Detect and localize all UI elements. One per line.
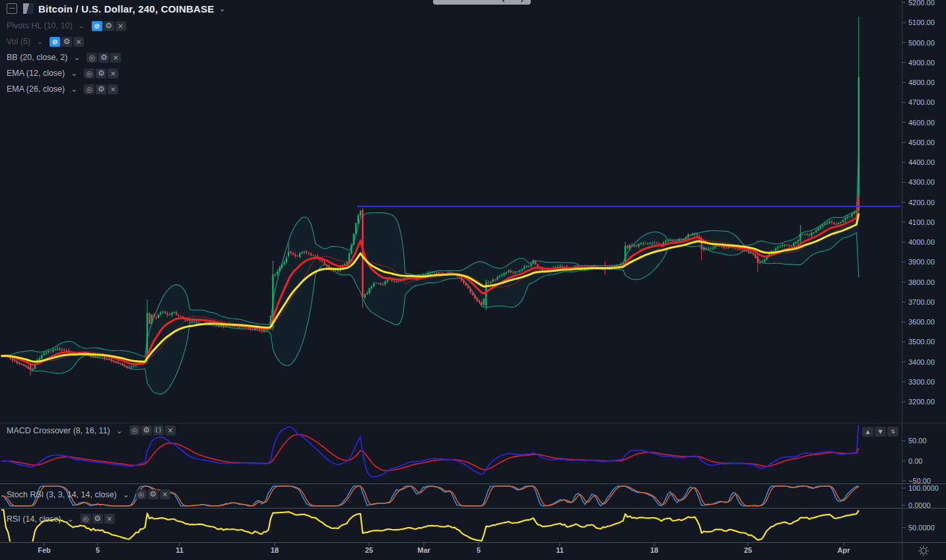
time-axis-label: 5 [477, 546, 481, 554]
indicator-label[interactable]: EMA (26, close) [7, 84, 65, 94]
indicator-axis-label: 0.00 [908, 457, 922, 465]
symbol-title-row: Bitcoin / U.S. Dollar, 240, COINBASE ⌄ [7, 1, 226, 16]
rsi-pane-legend: RSI (14, close) ⌄ ◎ ⚙ × [7, 514, 115, 524]
visibility-icon[interactable]: ◎ [86, 53, 97, 63]
indicator-label[interactable]: BB (20, close, 2) [7, 53, 67, 62]
chevron-down-icon[interactable]: ⌄ [219, 5, 225, 12]
time-axis-label: 18 [271, 546, 279, 554]
gear-icon[interactable]: ⚙ [61, 37, 72, 47]
indicator-label[interactable]: EMA (12, close) [7, 69, 65, 78]
time-axis-label: Apr [838, 546, 850, 554]
price-axis-label: 4200.00 [908, 199, 935, 206]
indicator-row-vol: Vol (5) ⌄ ⊘ ⚙ × [7, 34, 226, 49]
indicator-row-ema26: EMA (26, close) ⌄ ◎ ⚙ × [7, 81, 226, 97]
indicator-label[interactable]: MACD Crossover (8, 16, 11) [7, 426, 110, 435]
time-axis-label: 5 [96, 546, 100, 554]
source-code-icon[interactable]: {} [153, 425, 164, 435]
price-axis-label: 5200.00 [908, 0, 935, 7]
visibility-icon[interactable]: ◎ [84, 84, 94, 94]
indicator-label[interactable]: Stoch RSI (3, 3, 14, 14, close) [7, 490, 117, 499]
price-axis-label: 3300.00 [908, 378, 935, 386]
chevron-down-icon[interactable]: ⌄ [71, 70, 77, 77]
macd-signal-line [1, 435, 859, 471]
indicator-axis-label: 50.00 [908, 437, 927, 445]
price-axis-label: 4300.00 [908, 178, 935, 186]
gear-icon[interactable]: ⚙ [92, 514, 103, 524]
gear-icon[interactable]: ⚙ [98, 53, 109, 63]
price-axis-label: 4400.00 [908, 158, 935, 166]
price-axis-label: 3600.00 [908, 318, 935, 326]
close-icon[interactable]: × [104, 514, 115, 524]
price-axis-label: 4800.00 [908, 78, 935, 86]
time-axis-label: Mar [417, 546, 430, 554]
stoch-rsi-pane-legend: Stoch RSI (3, 3, 14, 14, close) ⌄ ◎ ⚙ × [7, 489, 170, 499]
rsi-line [1, 510, 859, 545]
chevron-down-icon[interactable]: ⌄ [73, 54, 80, 61]
symbol-logo [23, 3, 34, 14]
close-icon[interactable]: × [108, 84, 118, 94]
pane-controls: ▲ ▼ ⇅ [861, 427, 898, 437]
time-axis-label: 11 [176, 546, 184, 554]
price-axis-label: 4900.00 [908, 59, 935, 67]
visibility-icon[interactable]: ◎ [136, 489, 147, 499]
time-axis-label: 18 [650, 546, 658, 554]
chevron-down-icon[interactable]: ⌄ [67, 516, 74, 522]
gear-icon[interactable]: ⚙ [148, 489, 158, 499]
rsi-pane [1, 510, 859, 545]
gear-icon[interactable]: ⚙ [96, 69, 106, 78]
close-icon[interactable]: × [108, 69, 118, 78]
chevron-down-icon[interactable]: ⌄ [79, 22, 85, 29]
visibility-icon[interactable]: ◎ [81, 514, 91, 524]
price-axis-label: 5000.00 [908, 39, 935, 47]
macd-pane-legend: MACD Crossover (8, 16, 11) ⌄ ◎ ⚙ {} × [7, 425, 176, 435]
close-icon[interactable]: × [160, 489, 170, 499]
axis-settings-icon[interactable] [918, 545, 929, 557]
indicator-axis-label: 50.0000 [908, 524, 935, 532]
price-axis-label: 4000.00 [908, 238, 935, 246]
price-axis-label: 3900.00 [908, 258, 935, 266]
time-axis-label: Feb [38, 546, 51, 554]
visibility-off-icon[interactable]: ⊘ [92, 21, 102, 31]
tradingview-fullscreen-chart: { "glyphs":{"eye":"◎","eye_off":"⊘","gea… [0, 0, 946, 560]
candle-bodies-up [3, 77, 860, 370]
chevron-down-icon[interactable]: ⌄ [71, 86, 77, 92]
price-axis-label: 3700.00 [908, 298, 935, 306]
move-pane-up-icon[interactable]: ▲ [862, 427, 873, 437]
price-axis-label: 4500.00 [908, 139, 935, 146]
close-icon[interactable]: × [116, 21, 126, 31]
price-axis-label: 3500.00 [908, 338, 935, 346]
collapse-legend-icon[interactable] [7, 3, 17, 14]
move-pane-down-icon[interactable]: ▼ [875, 427, 886, 437]
maximize-pane-icon[interactable]: ⇅ [887, 427, 898, 437]
legend: Bitcoin / U.S. Dollar, 240, COINBASE ⌄ P… [7, 1, 226, 97]
gear-icon[interactable]: ⚙ [141, 425, 152, 435]
price-axis-label: 4700.00 [908, 98, 935, 106]
indicator-label[interactable]: RSI (14, close) [7, 514, 61, 524]
visibility-icon[interactable]: ◎ [129, 425, 140, 435]
visibility-icon[interactable]: ◎ [84, 69, 94, 78]
indicator-label[interactable]: Pivots HL (10, 10) [7, 21, 73, 30]
close-icon[interactable]: × [110, 53, 121, 63]
chevron-down-icon[interactable]: ⌄ [116, 427, 123, 434]
indicator-label[interactable]: Vol (5) [7, 37, 30, 46]
chevron-down-icon[interactable]: ⌄ [123, 491, 129, 498]
price-axis-label: 3800.00 [908, 278, 935, 286]
price-axis-label: 4600.00 [908, 119, 935, 127]
bb-lower-band [1, 233, 859, 394]
gear-icon[interactable]: ⚙ [104, 21, 114, 31]
indicator-axis-label: 100.0000 [908, 484, 939, 492]
time-axis-label: 25 [744, 546, 752, 554]
chart-title[interactable]: Bitcoin / U.S. Dollar, 240, COINBASE [38, 3, 214, 15]
time-axis-label: 25 [365, 546, 373, 554]
price-axis-label: 3200.00 [908, 398, 935, 406]
price-axis-label: 5100.00 [908, 18, 935, 26]
indicator-row-ema12: EMA (12, close) ⌄ ◎ ⚙ × [7, 65, 226, 81]
close-icon[interactable]: × [73, 37, 84, 47]
gear-icon[interactable]: ⚙ [96, 84, 106, 94]
close-icon[interactable]: × [165, 425, 176, 435]
visibility-off-icon[interactable]: ⊘ [50, 37, 60, 47]
exit-fullscreen-tooltip: Exit Full Screen (ESC) [433, 0, 531, 5]
time-axis-label: 11 [556, 546, 564, 554]
chevron-down-icon[interactable]: ⌄ [36, 38, 43, 45]
indicator-row-pivots: Pivots HL (10, 10) ⌄ ⊘ ⚙ × [7, 18, 226, 34]
